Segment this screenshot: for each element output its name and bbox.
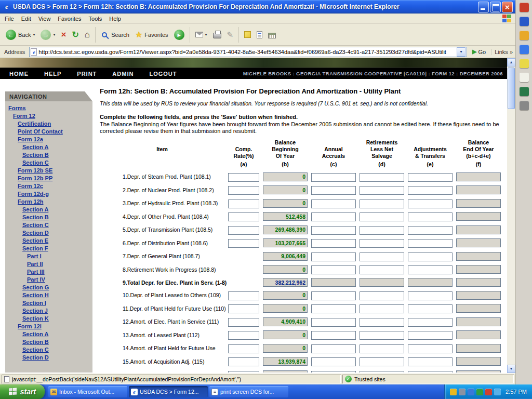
adjustments-input[interactable] bbox=[408, 371, 453, 373]
topnav-admin[interactable]: ADMIN bbox=[112, 71, 134, 77]
adjustments-input[interactable] bbox=[408, 239, 453, 248]
comp-rate-input[interactable] bbox=[228, 291, 259, 300]
refresh-button[interactable]: ↻ bbox=[69, 28, 81, 42]
annual-accruals-input[interactable] bbox=[311, 291, 356, 300]
minimize-button[interactable] bbox=[478, 2, 489, 12]
retirements-input[interactable] bbox=[360, 344, 404, 353]
annual-accruals-input[interactable] bbox=[311, 226, 356, 235]
messenger-button[interactable] bbox=[254, 29, 265, 41]
sidebar-item-part-iii[interactable]: Part III bbox=[5, 268, 92, 276]
sidebar-item-part-ii[interactable]: Part II bbox=[5, 260, 92, 268]
back-button[interactable]: Back ▾ bbox=[3, 28, 37, 42]
adjustments-input[interactable] bbox=[408, 173, 453, 182]
retirements-input[interactable] bbox=[360, 239, 404, 248]
retirements-input[interactable] bbox=[360, 318, 404, 327]
menu-item-view[interactable]: View bbox=[35, 15, 55, 23]
globe-icon[interactable] bbox=[520, 87, 529, 96]
comp-rate-input[interactable] bbox=[228, 304, 259, 313]
titlebar[interactable]: e USDA DCS > Form 12 > Form 12h: Section… bbox=[0, 0, 515, 14]
annual-accruals-input[interactable] bbox=[311, 186, 356, 195]
topnav-logout[interactable]: LOGOUT bbox=[149, 71, 177, 77]
search-button[interactable]: Search bbox=[98, 29, 132, 41]
media-button[interactable] bbox=[171, 28, 187, 42]
retirements-input[interactable] bbox=[360, 331, 404, 340]
menu-item-help[interactable]: Help bbox=[105, 15, 125, 23]
home-button[interactable]: ⌂ bbox=[82, 28, 92, 42]
go-button[interactable]: ▶ Go bbox=[470, 48, 488, 56]
adjustments-input[interactable] bbox=[408, 186, 453, 195]
links-chevron-icon[interactable]: » bbox=[510, 49, 513, 55]
annual-accruals-input[interactable] bbox=[311, 200, 356, 208]
menu-item-edit[interactable]: Edit bbox=[18, 15, 35, 23]
adjustments-input[interactable] bbox=[408, 291, 453, 300]
sidebar-item-section-j[interactable]: Section J bbox=[5, 307, 92, 315]
topnav-home[interactable]: HOME bbox=[9, 71, 29, 77]
sidebar-item-section-f[interactable]: Section F bbox=[5, 245, 92, 252]
retirements-input[interactable] bbox=[360, 357, 404, 366]
comp-rate-input[interactable] bbox=[228, 318, 259, 327]
sidebar-item-section-b[interactable]: Section B bbox=[5, 338, 92, 346]
annual-accruals-input[interactable] bbox=[311, 357, 356, 366]
sidebar-item-section-a[interactable]: Section A bbox=[5, 206, 92, 214]
annual-accruals-input[interactable] bbox=[311, 173, 356, 182]
mail-icon[interactable] bbox=[520, 31, 529, 40]
menu-item-tools[interactable]: Tools bbox=[85, 15, 106, 23]
sidebar-item-section-a[interactable]: Section A bbox=[5, 330, 92, 338]
retirements-input[interactable] bbox=[360, 371, 404, 373]
clock-icon[interactable] bbox=[520, 101, 529, 110]
favorites-button[interactable]: ★ Favorites bbox=[132, 28, 171, 42]
comp-rate-input[interactable] bbox=[228, 173, 259, 182]
close-button[interactable] bbox=[502, 2, 513, 12]
retirements-input[interactable] bbox=[360, 212, 404, 221]
sidebar-item-section-i[interactable]: Section I bbox=[5, 299, 92, 307]
sidebar-item-section-b[interactable]: Section B bbox=[5, 214, 92, 221]
adjustments-input[interactable] bbox=[408, 331, 453, 340]
comp-rate-input[interactable] bbox=[228, 357, 259, 366]
comp-rate-input[interactable] bbox=[228, 212, 259, 221]
sidebar-item-section-d[interactable]: Section D bbox=[5, 354, 92, 362]
sidebar-item-certification[interactable]: Certification bbox=[5, 120, 92, 128]
adjustments-input[interactable] bbox=[408, 357, 453, 366]
sidebar-item-section-b[interactable]: Section B bbox=[5, 151, 92, 159]
retirements-input[interactable] bbox=[360, 226, 404, 235]
taskbar-button[interactable]: Inbox - Microsoft Out... bbox=[48, 386, 127, 397]
address-dropdown-icon[interactable]: ▾ bbox=[457, 47, 466, 57]
restore-button[interactable] bbox=[490, 2, 501, 12]
antivirus-icon[interactable] bbox=[476, 389, 483, 395]
sidebar-item-section-a[interactable]: Section A bbox=[5, 143, 92, 151]
retirements-input[interactable] bbox=[360, 200, 404, 208]
sidebar-item-part-i[interactable]: Part I bbox=[5, 252, 92, 260]
outlook-icon[interactable] bbox=[520, 17, 529, 26]
scrollbar-thumb[interactable] bbox=[508, 68, 515, 109]
vertical-scrollbar[interactable]: ▲ ▼ bbox=[507, 58, 515, 373]
retirements-input[interactable] bbox=[360, 186, 404, 195]
topnav-help[interactable]: HELP bbox=[44, 71, 61, 77]
annual-accruals-input[interactable] bbox=[311, 239, 356, 248]
retirements-input[interactable] bbox=[360, 304, 404, 313]
sidebar-item-form-12i[interactable]: Form 12i bbox=[5, 323, 92, 330]
edit-button[interactable]: ✎ bbox=[224, 28, 236, 42]
sidebar-item-forms[interactable]: Forms bbox=[5, 104, 92, 112]
menu-item-file[interactable]: File bbox=[1, 15, 18, 23]
retirements-input[interactable] bbox=[360, 265, 404, 274]
adjustments-input[interactable] bbox=[408, 318, 453, 327]
shield-icon[interactable] bbox=[450, 389, 457, 395]
discuss-button[interactable] bbox=[242, 29, 254, 40]
sidebar-item-section-c[interactable]: Section C bbox=[5, 221, 92, 229]
taskbar-button[interactable]: USDA DCS > Form 12... bbox=[129, 386, 208, 397]
scroll-up-icon[interactable]: ▲ bbox=[507, 58, 515, 66]
sidebar-item-point-of-contact[interactable]: Point Of Contact bbox=[5, 128, 92, 136]
scroll-down-icon[interactable]: ▼ bbox=[507, 365, 515, 373]
sidebar-item-form-12[interactable]: Form 12 bbox=[5, 112, 92, 120]
sidebar-item-section-c[interactable]: Section C bbox=[5, 159, 92, 167]
sidebar-item-form-12b-se[interactable]: Form 12b SE bbox=[5, 167, 92, 175]
notes-icon[interactable] bbox=[520, 59, 529, 68]
alert-icon[interactable] bbox=[485, 389, 492, 395]
sidebar-item-form-12h[interactable]: Form 12h bbox=[5, 198, 92, 206]
sidebar-item-part-iv[interactable]: Part IV bbox=[5, 276, 92, 284]
comp-rate-input[interactable] bbox=[228, 200, 259, 208]
print-button[interactable] bbox=[210, 29, 224, 41]
comp-rate-input[interactable] bbox=[228, 331, 259, 340]
topnav-print[interactable]: PRINT bbox=[77, 71, 97, 77]
mail-dropdown-icon[interactable]: ▾ bbox=[205, 32, 207, 37]
